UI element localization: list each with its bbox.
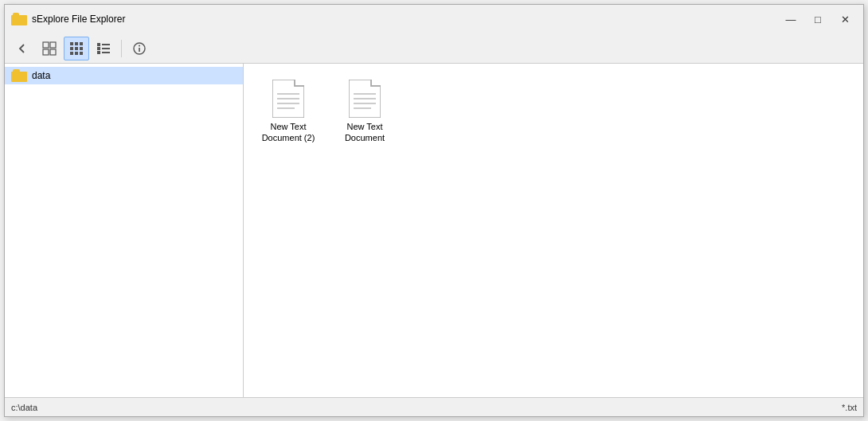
toolbar (5, 33, 863, 64)
svg-rect-13 (97, 43, 100, 46)
sidebar-item-label: data (32, 70, 50, 81)
main-window: sExplore File Explorer — □ ✕ (4, 4, 864, 417)
svg-rect-11 (75, 52, 78, 55)
svg-rect-14 (102, 44, 110, 45)
svg-point-21 (139, 45, 140, 46)
svg-rect-4 (70, 42, 73, 45)
large-icons-icon (42, 41, 57, 56)
folder-icon (11, 69, 27, 82)
svg-rect-6 (80, 42, 83, 45)
maximize-button[interactable]: □ (806, 10, 830, 28)
window-title: sExplore File Explorer (32, 14, 125, 25)
info-button[interactable] (127, 37, 152, 60)
window-controls: — □ ✕ (779, 10, 857, 28)
svg-rect-8 (75, 47, 78, 50)
svg-rect-10 (70, 52, 73, 55)
svg-rect-0 (43, 42, 49, 48)
svg-rect-16 (102, 48, 110, 49)
list-view-button[interactable] (91, 37, 116, 60)
large-icons-button[interactable] (37, 37, 62, 60)
svg-rect-18 (102, 52, 110, 53)
file-panel: New Text Document (2) New Text Document (244, 64, 863, 397)
minimize-button[interactable]: — (779, 10, 803, 28)
medium-icons-button[interactable] (64, 37, 89, 60)
svg-rect-3 (50, 49, 56, 55)
svg-rect-17 (97, 51, 100, 54)
title-left: sExplore File Explorer (11, 13, 125, 25)
file-icon-txt (349, 80, 381, 118)
title-bar: sExplore File Explorer — □ ✕ (5, 5, 863, 33)
info-icon (132, 41, 147, 56)
svg-rect-7 (70, 47, 73, 50)
svg-rect-2 (43, 49, 49, 55)
close-button[interactable]: ✕ (833, 10, 857, 28)
status-bar: c:\data *.txt (5, 397, 863, 416)
app-icon (11, 13, 27, 25)
list-view-icon (96, 41, 111, 56)
back-icon (17, 43, 28, 54)
main-content: data New Text Document (2) (5, 64, 863, 397)
svg-rect-12 (80, 52, 83, 55)
svg-rect-9 (80, 47, 83, 50)
file-icon-txt (272, 80, 304, 118)
file-label: New Text Document (336, 121, 393, 144)
status-path: c:\data (11, 403, 37, 412)
toolbar-divider (121, 40, 122, 57)
svg-rect-1 (50, 42, 56, 48)
svg-rect-5 (75, 42, 78, 45)
back-button[interactable] (10, 37, 35, 60)
svg-rect-20 (139, 48, 140, 52)
svg-rect-15 (97, 47, 100, 50)
status-filter: *.txt (842, 403, 857, 412)
sidebar-item-data[interactable]: data (5, 67, 243, 84)
file-item[interactable]: New Text Document (333, 76, 397, 147)
file-item[interactable]: New Text Document (2) (256, 76, 320, 147)
medium-icons-icon (69, 41, 84, 56)
file-label: New Text Document (2) (260, 121, 317, 144)
sidebar: data (5, 64, 244, 397)
